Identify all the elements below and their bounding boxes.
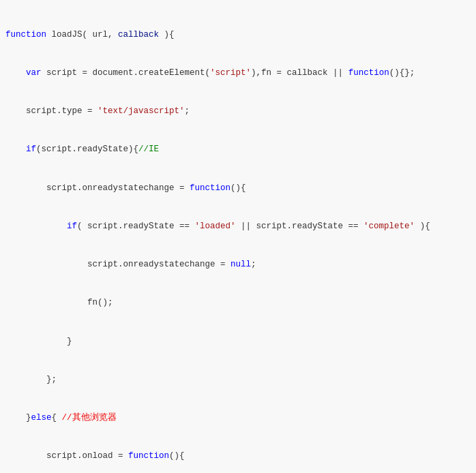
- code-line: }else{ //其他浏览器: [5, 412, 471, 425]
- code-line: };: [5, 373, 471, 386]
- code-line: fn();: [5, 296, 471, 309]
- code-line: script.onload = function(){: [5, 450, 471, 463]
- code-line: }: [5, 335, 471, 348]
- code-line: script.onreadystatechange = function(){: [5, 182, 471, 195]
- code-line: if( script.readyState == 'loaded' || scr…: [5, 220, 471, 233]
- code-line: function loadJS( url, callback ){: [5, 29, 471, 42]
- code-line: if(script.readyState){//IE: [5, 143, 471, 156]
- code-line: script.type = 'text/javascript';: [5, 105, 471, 118]
- code-line: script.onreadystatechange = null;: [5, 258, 471, 271]
- code-block: function loadJS( url, callback ){ var sc…: [0, 0, 476, 473]
- code-line: var script = document.createElement('scr…: [5, 67, 471, 80]
